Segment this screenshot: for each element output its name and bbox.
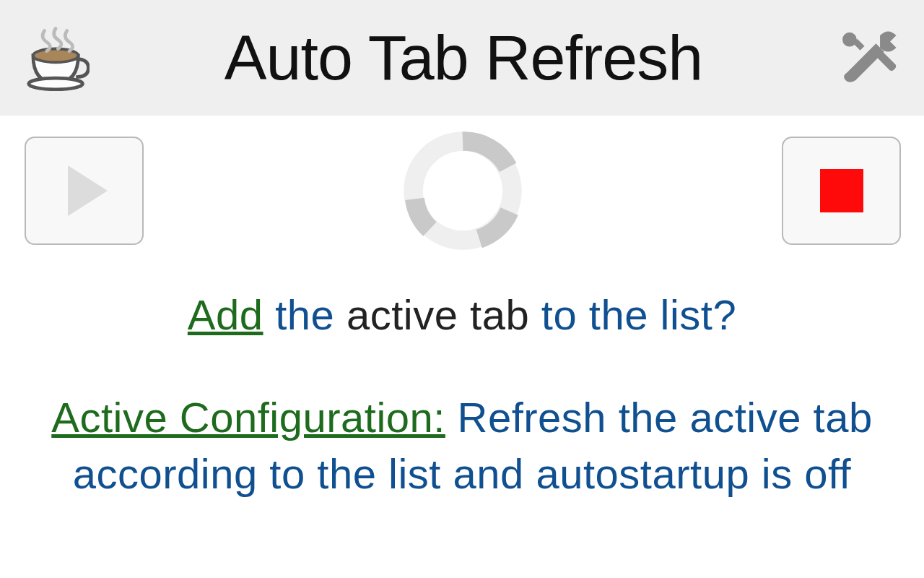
svg-rect-2 <box>873 48 897 72</box>
prompt-text-2: to the list? <box>529 291 736 338</box>
add-tab-prompt: Add the active tab to the list? <box>0 290 924 339</box>
loading-spinner-icon <box>394 122 531 259</box>
add-link[interactable]: Add <box>188 291 263 338</box>
app-header: Auto Tab Refresh <box>0 0 924 116</box>
config-text-1: Refresh the active tab <box>445 394 873 441</box>
tools-icon[interactable] <box>837 25 902 90</box>
stop-button[interactable] <box>782 137 901 245</box>
app-title: Auto Tab Refresh <box>225 21 702 95</box>
spinner-container <box>144 122 782 259</box>
play-button[interactable] <box>25 137 144 245</box>
coffee-cup-icon <box>17 22 90 94</box>
prompt-text-1: the <box>263 291 346 338</box>
active-configuration-block: Active Configuration: Refresh the active… <box>0 389 924 503</box>
controls-row <box>0 116 924 260</box>
active-tab-label: active tab <box>346 291 529 338</box>
svg-point-1 <box>29 78 83 90</box>
stop-icon <box>820 169 863 212</box>
config-text-2: according to the list and autostartup is… <box>73 450 851 497</box>
play-icon <box>68 165 108 216</box>
active-configuration-link[interactable]: Active Configuration: <box>51 394 445 441</box>
